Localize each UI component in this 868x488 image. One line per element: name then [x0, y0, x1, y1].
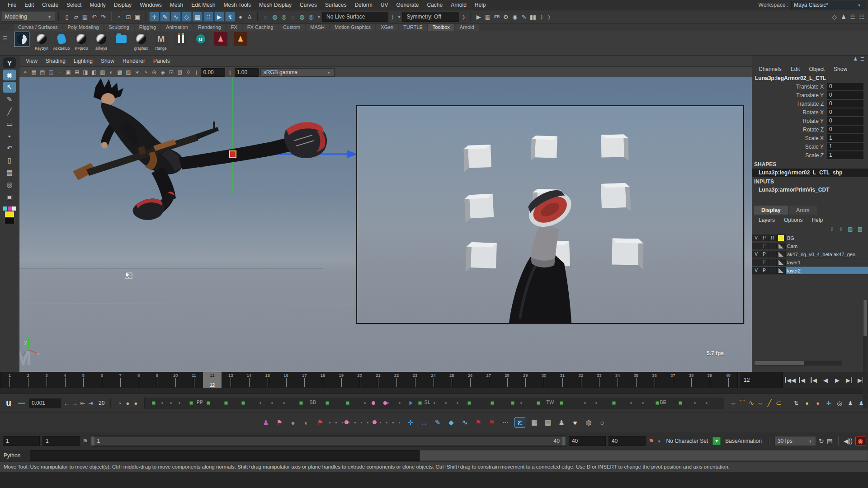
viewport-tool-icon-6[interactable]: ⊞: [73, 68, 81, 76]
viewport-tool-icon-4[interactable]: ▫: [56, 68, 64, 76]
channel-box-menu-edit[interactable]: Edit: [787, 66, 804, 73]
character-icon[interactable]: ♟: [846, 400, 854, 407]
timeline-frame[interactable]: 3: [38, 372, 56, 388]
range-slider[interactable]: 1 40: [91, 436, 566, 446]
menu-cache[interactable]: Cache: [423, 1, 447, 9]
viewport-menu-view[interactable]: View: [22, 57, 41, 65]
timeline-frame[interactable]: 1212: [203, 372, 222, 388]
dot-tool-icon[interactable]: •: [3, 131, 16, 141]
snap-grid-icon[interactable]: ✛: [149, 12, 159, 22]
timeline-frame[interactable]: 23: [406, 372, 425, 388]
prev-key-icon[interactable]: ←: [62, 400, 71, 407]
viewport-tool-icon-14[interactable]: ◔: [142, 68, 150, 76]
bookmark-orange-icon[interactable]: ⚑: [648, 437, 654, 445]
anim-layer-icon[interactable]: ▼: [712, 437, 721, 445]
channel-box-menu-show[interactable]: Show: [830, 66, 851, 73]
layer-visibility-toggle[interactable]: [752, 259, 760, 266]
move-keys-icon[interactable]: ✛: [825, 400, 833, 407]
timeline-frame[interactable]: 28: [498, 372, 516, 388]
anim-end-field[interactable]: 40: [609, 436, 646, 446]
timeline-frame[interactable]: 31: [553, 372, 572, 388]
shelf-tab-xgen[interactable]: XGen: [376, 24, 398, 31]
undo-icon[interactable]: ↶: [90, 12, 99, 21]
layer-editor-tab-anim[interactable]: Anim: [789, 206, 817, 215]
command-line-language[interactable]: Python: [0, 450, 30, 461]
heart-icon[interactable]: ♥: [571, 419, 580, 427]
timeline-frame[interactable]: 33: [590, 372, 609, 388]
viewport-canvas[interactable]: y x z: [19, 77, 752, 372]
swatch-white[interactable]: [12, 206, 16, 211]
layer-reference-toggle[interactable]: [769, 267, 777, 274]
timeline-frame[interactable]: 22: [387, 372, 406, 388]
timeline-frame[interactable]: 9: [148, 372, 166, 388]
sidebar-list-icon[interactable]: ☰: [860, 56, 864, 64]
layer-row-layer2[interactable]: VPlayer2: [752, 267, 868, 275]
shelf-item-folder[interactable]: [112, 32, 130, 51]
tangent-spline-icon[interactable]: ⌒: [738, 399, 747, 408]
attribute-value-field[interactable]: 0: [827, 117, 863, 125]
output-connections-icon[interactable]: ◍: [270, 12, 279, 21]
new-scene-icon[interactable]: ▯: [62, 12, 71, 21]
sphere-icon[interactable]: ◍: [584, 418, 593, 427]
step-forward-key-button[interactable]: ▶: [844, 374, 854, 386]
shelf-item-KFproS[interactable]: KFproS: [72, 32, 90, 51]
hypershade-icon[interactable]: ◉: [510, 12, 519, 21]
layer-playback-toggle[interactable]: P: [760, 259, 769, 266]
viewport-tool-icon-13[interactable]: ∗: [133, 68, 141, 76]
bookmark-gray-icon[interactable]: ⚑: [82, 437, 88, 445]
attribute-value-field[interactable]: 1: [827, 151, 863, 159]
menu-uv[interactable]: UV: [377, 1, 392, 9]
animbot-e-icon[interactable]: Ɛ: [514, 417, 525, 428]
select-tool[interactable]: ↖: [3, 82, 16, 93]
channel-box-object-name[interactable]: Luna3p:legArmor02_L_CTL: [752, 74, 868, 82]
timeline-frame[interactable]: 35: [627, 372, 646, 388]
shelf-tab-rigging[interactable]: Rigging: [135, 24, 160, 31]
viewport-tool-icon-10[interactable]: ◐: [107, 68, 115, 76]
red-flag-icon[interactable]: ⚑: [316, 418, 325, 427]
fps-select[interactable]: 30 fps ▾: [774, 436, 816, 446]
attribute-value-field[interactable]: 0: [827, 100, 863, 108]
viewport-tool-icon-19[interactable]: ◊: [184, 68, 193, 76]
clipboard-icon[interactable]: ▣: [3, 192, 16, 202]
viewport-tool-icon-15[interactable]: ⊙: [150, 68, 158, 76]
snap-plane-icon[interactable]: ▦: [193, 12, 203, 22]
timeline-frame[interactable]: 1: [0, 372, 19, 388]
menu-curves[interactable]: Curves: [296, 1, 321, 9]
layer-editor-tab-display[interactable]: Display: [754, 206, 788, 215]
workspace-select[interactable]: Maya Classic* ▾: [791, 1, 864, 9]
new-empty-layer-icon[interactable]: ▧: [848, 226, 853, 232]
menu-surfaces[interactable]: Surfaces: [321, 1, 350, 9]
timeline-frame[interactable]: 7: [111, 372, 130, 388]
tangent-auto-icon[interactable]: ∿: [747, 399, 756, 407]
snap-mesh-icon[interactable]: ∷: [203, 12, 213, 22]
character-set-select[interactable]: No Character Set: [665, 438, 710, 444]
menu-generate[interactable]: Generate: [392, 1, 423, 9]
shelf-tab-mash[interactable]: MASH: [306, 24, 329, 31]
timeline-frame[interactable]: 10: [166, 372, 185, 388]
camera-view-panel[interactable]: [356, 105, 744, 324]
layer-editor-menu-help[interactable]: Help: [808, 216, 826, 224]
swatch-black[interactable]: [5, 218, 14, 224]
ipr-render-icon[interactable]: IPR: [492, 12, 501, 21]
timeline-frame[interactable]: 25: [443, 372, 461, 388]
soft-select-icon[interactable]: ♙: [245, 12, 254, 21]
layer-reference-toggle[interactable]: [769, 251, 777, 258]
tangent-flat-icon[interactable]: ⌣: [729, 399, 738, 407]
curve-icon[interactable]: ∿: [460, 418, 469, 427]
pause-icon[interactable]: ▮▮: [528, 12, 538, 21]
shelf-tab-animation[interactable]: Animation: [161, 24, 193, 31]
timeline-frame[interactable]: 6: [93, 372, 111, 388]
shelf-tab-fx[interactable]: FX: [226, 24, 242, 31]
layer-scrollbar-vertical[interactable]: [863, 300, 868, 408]
timeline-frame[interactable]: 34: [609, 372, 627, 388]
snap-curve-icon[interactable]: ✎: [160, 12, 170, 22]
shelf-item-AckSetup[interactable]: AckSetup: [52, 32, 71, 51]
tween-icon[interactable]: ↔: [420, 419, 429, 427]
input-node[interactable]: Luna3p:armorPrimVis_CDT: [752, 186, 868, 194]
viewport-tool-icon-12[interactable]: ▨: [124, 68, 132, 76]
pen-tool-icon[interactable]: ╱: [3, 106, 16, 117]
shelf-item-sphere[interactable]: [13, 32, 31, 51]
color-space-select[interactable]: sRGB gamma ▾: [260, 68, 335, 77]
animbot-logo[interactable]: u: [3, 397, 14, 409]
gray-ball-icon[interactable]: ●: [288, 419, 297, 427]
